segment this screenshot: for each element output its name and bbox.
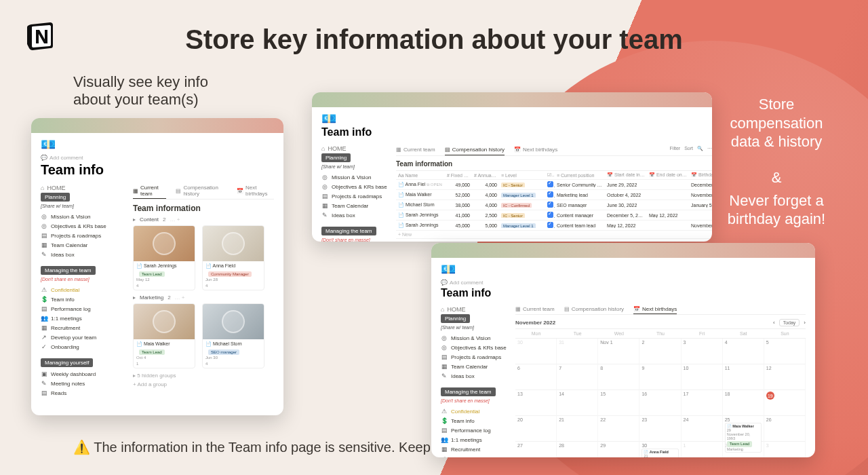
tab-next-birthdays[interactable]: 📅 Next birthdays [633,306,677,314]
calendar-cell[interactable]: 28 [557,442,598,457]
sidebar-item[interactable]: ▤Reads [41,388,122,398]
calendar-cell[interactable]: 3 [764,442,806,457]
table-row[interactable]: 📄 Anna Fiel ⧉ OPEN49,0004,000IC - Senior… [396,180,712,190]
sidebar-item[interactable]: 💲Team info [41,294,122,304]
calendar-cell[interactable]: 26 [764,416,806,442]
tab-current-team[interactable]: ▦ Current team [133,185,166,199]
sidebar-item[interactable]: ↗Develop your team [41,332,122,342]
calendar-cell[interactable]: 7 [557,364,598,390]
breadcrumb[interactable]: HOME [321,145,389,152]
sidebar-item[interactable]: ✎Ideas box [41,250,122,259]
sidebar-item[interactable]: ▤Performance log [41,304,122,314]
sidebar-item[interactable]: ▦Team Calendar [41,240,122,250]
table-row[interactable]: 📄 Sarah Jennings41,0002,500IC - SeniorCo… [396,210,712,221]
table-row[interactable]: 📄 Michael Storn38,0004,000IC - Confirmed… [396,200,712,210]
sidebar-item[interactable]: ▦Recruitment [441,444,509,454]
tab-comp-history[interactable]: ▤ Compensation history [564,306,624,312]
calendar-cell[interactable]: 2 [723,442,764,457]
calendar-cell[interactable]: 18 [723,390,764,416]
person-card[interactable]: 📄 Michael StornSEO managerJun 304 [202,303,264,368]
calendar-cell[interactable]: 22 [598,416,639,442]
more-icon[interactable]: ⋯ [707,146,712,151]
sidebar-item[interactable]: 👥1:1 meetings [41,314,122,323]
new-row[interactable]: + New [396,232,445,237]
person-card[interactable]: 📄 Maia WalkerTeam LeadOct 41 [133,303,195,368]
cal-prev-icon[interactable]: ‹ [773,320,775,326]
hidden-groups[interactable]: ▸ 5 hidden groups [133,373,274,379]
calendar-cell[interactable]: 27 [515,442,557,457]
calendar-cell[interactable]: 14 [557,390,598,416]
table-row[interactable]: 📄 Maia Walker52,0004,000Manager Level 1M… [396,190,712,200]
calendar-cell[interactable]: 30 [515,339,557,364]
sidebar-item[interactable]: ◎Mission & Vision [441,333,509,343]
calendar-cell[interactable]: 12 [764,364,806,390]
calendar-cell[interactable]: 23 [639,416,681,442]
add-group[interactable]: + Add a group [133,381,274,387]
calendar-cell[interactable]: 24 [682,416,723,442]
calendar-cell[interactable]: 25📄 Maia Walker29November 20, 1993Team L… [723,416,764,442]
money-icon: 💶 [41,137,274,152]
sidebar-item[interactable]: ▣Weekly dashboard [41,369,122,379]
breadcrumb[interactable]: HOME [41,185,122,191]
sidebar-item[interactable]: ✓Onboarding [41,342,122,352]
sidebar-item[interactable]: ▤Projects & roadmaps [441,352,509,362]
sidebar-item[interactable]: ✎Ideas box [321,210,389,220]
sidebar-item[interactable]: ↗Develop your team [441,454,509,457]
sidebar-item[interactable]: ▤Projects & roadmaps [41,231,122,240]
calendar-cell[interactable]: 19 [764,390,806,416]
sidebar-item[interactable]: ◎Objectives & KRs base [41,221,122,231]
sidebar-item[interactable]: ▦Team Calendar [321,201,389,210]
calendar-cell[interactable]: 10 [682,364,723,390]
tab-comp-history[interactable]: ▤ Compensation history [176,185,227,197]
sidebar-item[interactable]: 👥1:1 meetings [441,435,509,444]
tab-next-birthdays[interactable]: 📅 Next birthdays [237,185,274,197]
tab-comp-history[interactable]: ▤ Compensation history [445,145,505,155]
sidebar-item[interactable]: ▤Performance log [441,425,509,435]
table-row[interactable]: 📄 Sarah Jennings45,0005,000Manager Level… [396,221,712,231]
calendar-cell[interactable]: 9 [639,364,681,390]
sidebar-item[interactable]: ◎Mission & Vision [41,212,122,221]
calendar-cell[interactable]: 6 [515,364,557,390]
calendar-cell[interactable]: 16 [639,390,681,416]
main-gallery: ▦ Current team ▤ Compensation history 📅 … [122,185,274,404]
calendar-cell[interactable]: 13 [515,390,557,416]
today-button[interactable]: Today [779,319,800,326]
calendar-event[interactable]: 📄 Anna Field21December 1, 2001Community … [642,449,678,457]
tab-current-team[interactable]: ▦ Current team [515,306,555,312]
calendar-cell[interactable]: 8 [598,364,639,390]
add-comment[interactable]: 💬Add comment [41,155,274,161]
calendar-cell[interactable]: 3 [682,339,723,364]
sidebar-item[interactable]: ◎Objectives & KRs base [321,182,389,191]
tab-next-birthdays[interactable]: 📅 Next birthdays [514,145,557,153]
sidebar-item[interactable]: ◎Mission & Vision [321,172,389,182]
sidebar-item[interactable]: ✎Ideas box [441,371,509,381]
tab-current-team[interactable]: ▦ Current team [396,145,435,153]
sidebar-item[interactable]: 💲Team info [441,416,509,425]
calendar-cell[interactable]: Nov 1 [598,339,639,364]
sidebar-item[interactable]: ✎Meeting notes [41,379,122,388]
calendar-cell[interactable]: 5 [764,339,806,364]
calendar-cell[interactable]: 30📄 Anna Field21December 1, 2001Communit… [639,442,681,457]
calendar-cell[interactable]: 2 [639,339,681,364]
calendar-cell[interactable]: 29 [598,442,639,457]
sidebar-item[interactable]: ▦Team Calendar [441,362,509,371]
sidebar-item[interactable]: ▤Projects & roadmaps [321,191,389,201]
calendar-cell[interactable]: 17 [682,390,723,416]
calendar-cell[interactable]: 1 [682,442,723,457]
person-card[interactable]: 📄 Sarah JenningsTeam LeadMay 124 [133,225,195,290]
calendar-cell[interactable]: 4 [723,339,764,364]
person-card[interactable]: 📄 Anna FieldCommunity ManagerJun 284 [202,225,264,290]
search-icon[interactable]: 🔍 [697,146,703,151]
filter-button[interactable]: Filter [670,146,681,151]
sidebar-item[interactable]: ◎Objectives & KRs base [441,343,509,352]
calendar-cell[interactable]: 11 [723,364,764,390]
warning-icon: ⚠️ [73,440,90,455]
calendar-cell[interactable]: 21 [557,416,598,442]
breadcrumb[interactable]: HOME [441,306,509,313]
calendar-cell[interactable]: 15 [598,390,639,416]
sidebar-item[interactable]: ▦Recruitment [41,323,122,332]
sort-button[interactable]: Sort [684,146,693,151]
calendar-cell[interactable]: 20 [515,416,557,442]
cal-next-icon[interactable]: › [804,320,806,326]
calendar-cell[interactable]: 31 [557,339,598,364]
